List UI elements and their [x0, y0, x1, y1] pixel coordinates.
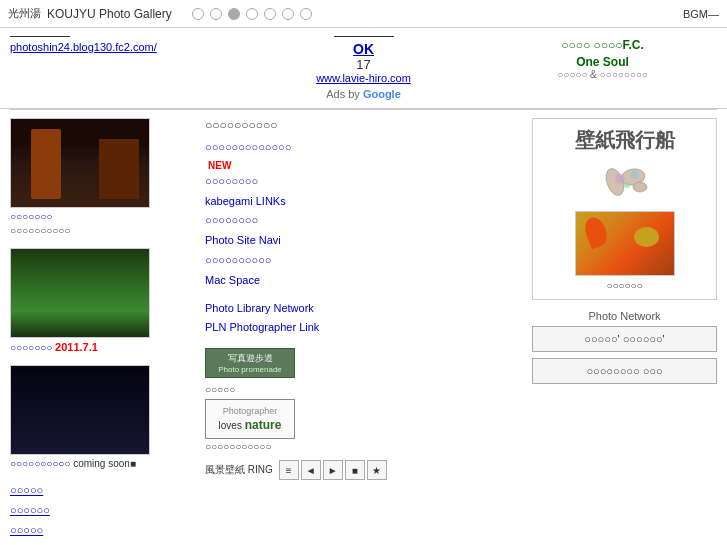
photo-date-red: 2011.7.1: [55, 341, 98, 353]
photo-thumb-castle: [10, 365, 150, 455]
photo-caption-3: ○○○○○○○○○○ coming soon■: [10, 457, 195, 471]
action-button-2[interactable]: ○○○○○○○○ ○○○: [532, 358, 717, 384]
header-dot-5: [282, 8, 294, 20]
leaf-caption: ○○○○○○: [541, 280, 708, 291]
link-jp-1[interactable]: ○○○○○○○○○○○○○: [205, 138, 522, 158]
google-brand: Google: [363, 88, 401, 100]
ring-btn-menu[interactable]: ≡: [279, 460, 299, 480]
action-button-1[interactable]: ○○○○○' ○○○○○○': [532, 326, 717, 352]
header-dot-3: [246, 8, 258, 20]
header-dot-2: [228, 8, 240, 20]
photo-thumb-forest: [10, 248, 150, 338]
ok-label: OK: [249, 41, 478, 57]
promenade-en: Photo promenade: [214, 365, 286, 375]
wallpaper-box: 壁紙飛行船 ○○○○○○: [532, 118, 717, 300]
banner-mid-underline: [334, 36, 394, 37]
photo-caption-2: ○○○○○○○ 2011.7.1: [10, 340, 195, 355]
header-dots: [192, 8, 683, 20]
ring-btn-fav[interactable]: ★: [367, 460, 387, 480]
coming-soon-label: coming soon■: [73, 458, 136, 469]
promenade-section: 写真遊歩道 Photo promenade ○○○○○: [205, 344, 522, 395]
ads-text: Ads by: [326, 88, 360, 100]
ok-number: 17: [249, 57, 478, 72]
japan-map-icon: [585, 157, 665, 207]
link-en-kabegami[interactable]: kabegami LINKs: [205, 192, 522, 212]
nature-button[interactable]: Photographer loves nature: [205, 399, 295, 439]
header: 光州湯 KOUJYU Photo Gallery BGM—: [0, 0, 727, 28]
promenade-button[interactable]: 写真遊歩道 Photo promenade: [205, 348, 295, 378]
svg-point-4: [631, 171, 639, 179]
svg-point-5: [624, 182, 630, 188]
photo-caption-jp-1: ○○○○○○○: [10, 211, 52, 222]
leaf-thumbnail: [575, 211, 675, 276]
header-dot-4: [264, 8, 276, 20]
link-list: ○○○○○○○○○○○○○ NEW ○○○○○○○○ kabegami LINK…: [205, 138, 522, 291]
banner-right: ○○○○ ○○○○F.C. One Soul ○○○○○ & ○○○○○○○○: [488, 36, 717, 80]
header-dot-6: [300, 8, 312, 20]
fc-desc: ○○○○○ & ○○○○○○○○: [488, 69, 717, 80]
ring-label: 風景壁紙 RING: [205, 463, 273, 477]
ring-btn-stop[interactable]: ■: [345, 460, 365, 480]
pln-link[interactable]: PLN Photographer Link: [205, 318, 522, 338]
nature-photographer: Photographer: [223, 406, 278, 416]
photo-caption-jp-2: ○○○○○○○: [10, 342, 52, 353]
main-content: ○○○○○○○ ○○○○○○○○○○ ○○○○○○○ 2011.7.1 ○○○○…: [0, 110, 727, 545]
header-title-jp: 光州湯: [8, 6, 41, 21]
wallpaper-title: 壁紙飛行船: [541, 127, 708, 153]
nature-word: nature: [245, 418, 282, 432]
ring-btn-next[interactable]: ►: [323, 460, 343, 480]
bottom-links: ○○○○○ ○○○○○○ ○○○○○: [10, 481, 195, 540]
link-en-photosite[interactable]: Photo Site Navi: [205, 231, 522, 251]
link-en-macspace[interactable]: Mac Space: [205, 271, 522, 291]
photo-item-2: ○○○○○○○ 2011.7.1: [10, 248, 195, 355]
photo-network-label: Photo Network: [532, 310, 717, 322]
banner-mid: OK 17 www.lavie-hiro.com Ads by Google: [249, 36, 478, 100]
photo-caption-jp-3: ○○○○○○○○○○: [10, 458, 70, 469]
ads-label: Ads by Google: [249, 88, 478, 100]
photo-item-3: ○○○○○○○○○○ coming soon■: [10, 365, 195, 471]
header-bgm: BGM—: [683, 8, 719, 20]
svg-point-2: [633, 182, 647, 192]
link-jp-2[interactable]: ○○○○○○○○: [205, 172, 522, 192]
photo-item-1: ○○○○○○○ ○○○○○○○○○○: [10, 118, 195, 238]
banner-left-link[interactable]: photoshin24.blog130.fc2.com/: [10, 41, 239, 53]
photo-caption-1: ○○○○○○○ ○○○○○○○○○○: [10, 210, 195, 238]
section-title: ○○○○○○○○○○: [205, 118, 522, 132]
promenade-jp: 写真遊歩道: [214, 353, 286, 365]
bottom-link-3[interactable]: ○○○○○: [10, 521, 195, 541]
header-title-en: KOUJYU Photo Gallery: [47, 7, 172, 21]
fc-title-line1: ○○○○ ○○○○F.C.: [488, 36, 717, 55]
nature-loves: loves: [219, 420, 242, 431]
nature-caption: ○○○○○○○○○○○: [205, 441, 522, 452]
photo-library-link[interactable]: Photo Library Network: [205, 299, 522, 319]
fc-title-line2: One Soul: [488, 55, 717, 69]
link-jp-4[interactable]: ○○○○○○○○○○: [205, 251, 522, 271]
banner-mid-link[interactable]: www.lavie-hiro.com: [249, 72, 478, 84]
middle-column: ○○○○○○○○○○ ○○○○○○○○○○○○○ NEW ○○○○○○○○ ka…: [205, 118, 522, 541]
banner-left-underline: [10, 36, 70, 37]
photo-caption-sub-1: ○○○○○○○○○○: [10, 225, 70, 236]
top-banner: photoshin24.blog130.fc2.com/ OK 17 www.l…: [0, 28, 727, 109]
banner-left: photoshin24.blog130.fc2.com/: [10, 36, 239, 53]
right-column: 壁紙飛行船 ○○○○○○ Photo Network ○○○○○' ○○○○○○…: [532, 118, 717, 541]
header-dot-1: [210, 8, 222, 20]
ring-btn-prev[interactable]: ◄: [301, 460, 321, 480]
bottom-link-2[interactable]: ○○○○○○: [10, 501, 195, 521]
bottom-link-1[interactable]: ○○○○○: [10, 481, 195, 501]
link-item-1: ○○○○○○○○○○○○○ NEW: [205, 138, 522, 172]
ring-navigation: 風景壁紙 RING ≡ ◄ ► ■ ★: [205, 460, 522, 480]
promenade-caption: ○○○○○: [205, 384, 522, 395]
new-badge: NEW: [208, 160, 231, 171]
left-column: ○○○○○○○ ○○○○○○○○○○ ○○○○○○○ 2011.7.1 ○○○○…: [10, 118, 195, 541]
header-dot-0: [192, 8, 204, 20]
photo-thumb-street: [10, 118, 150, 208]
svg-point-3: [615, 174, 625, 184]
ok-text: OK: [353, 41, 374, 57]
nature-section: Photographer loves nature ○○○○○○○○○○○: [205, 399, 522, 452]
link-jp-3[interactable]: ○○○○○○○○: [205, 211, 522, 231]
